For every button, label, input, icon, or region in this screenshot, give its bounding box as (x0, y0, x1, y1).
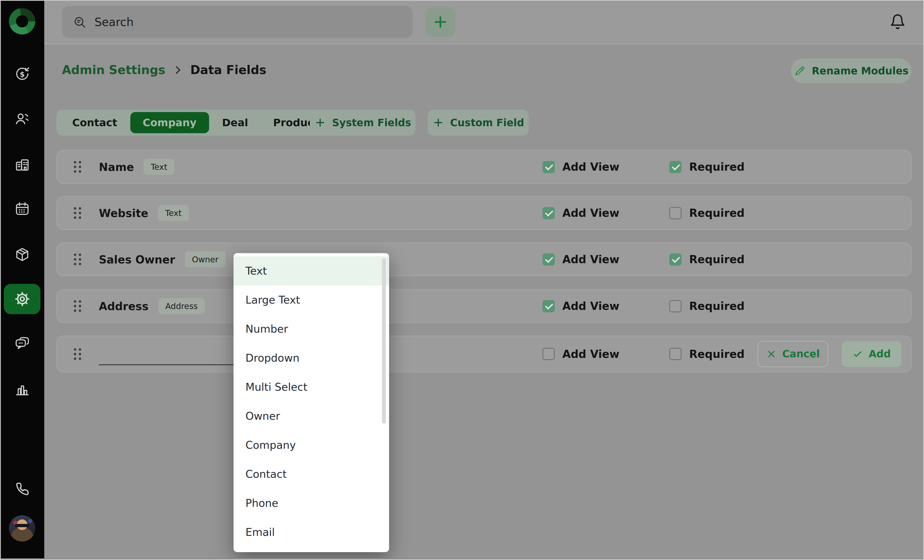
module-tabs: Contact Company Deal Product (57, 109, 334, 136)
app-logo[interactable] (9, 8, 35, 34)
field-type-badge: Owner (185, 252, 226, 268)
dropdown-option-dropdown[interactable]: Dropdown (234, 343, 389, 373)
drag-handle-icon[interactable] (74, 348, 81, 360)
reports-icon (14, 381, 30, 397)
required-checkbox[interactable] (669, 207, 681, 219)
sidebar-item-settings[interactable] (4, 284, 40, 314)
required-checkbox[interactable] (669, 300, 681, 312)
breadcrumb-admin-settings[interactable]: Admin Settings (62, 63, 165, 77)
add-button[interactable]: Add (842, 341, 902, 367)
plus-icon (432, 117, 444, 129)
required-label: Required (689, 207, 744, 219)
sidebar-item-contacts[interactable] (0, 103, 44, 135)
add-view-checkbox[interactable] (543, 253, 555, 266)
chat-icon (14, 335, 30, 352)
sidebar: $ (0, 0, 44, 560)
calendar-icon (14, 201, 30, 217)
dropdown-option-number[interactable]: Number (234, 314, 389, 343)
field-row-sales-owner: Sales Owner Owner Add View Required (57, 243, 912, 276)
field-row-name: Name Text Add View Required (57, 150, 912, 184)
pencil-icon (794, 65, 806, 77)
plus-icon (432, 13, 449, 30)
dropdown-option-email[interactable]: Email (234, 518, 389, 547)
sidebar-item-calls[interactable] (0, 473, 44, 505)
global-search[interactable] (62, 6, 413, 38)
dropdown-option-owner[interactable]: Owner (234, 401, 389, 431)
page-title: Data Fields (190, 63, 266, 77)
add-view-label: Add View (562, 348, 620, 360)
tab-deal[interactable]: Deal (210, 109, 261, 136)
sidebar-item-reports[interactable] (0, 374, 44, 405)
field-name: Name (99, 161, 134, 173)
dropdown-option-large-text[interactable]: Large Text (234, 285, 389, 314)
sidebar-item-companies[interactable] (0, 149, 44, 181)
required-label: Required (689, 300, 744, 312)
field-type-badge: Text (144, 159, 174, 175)
custom-field-button[interactable]: Custom Field (428, 109, 529, 136)
revenue-icon: $ (14, 66, 30, 82)
required-checkbox[interactable] (669, 253, 681, 266)
add-view-label: Add View (562, 300, 620, 312)
dropdown-option-company[interactable]: Company (234, 431, 389, 460)
search-input[interactable] (94, 15, 402, 29)
chevron-right-icon (172, 64, 183, 75)
add-view-checkbox[interactable] (543, 161, 555, 173)
add-view-checkbox[interactable] (543, 300, 555, 312)
required-label: Required (689, 348, 744, 360)
drag-handle-icon[interactable] (74, 207, 81, 219)
plus-icon (314, 117, 326, 129)
drag-handle-icon[interactable] (74, 300, 81, 312)
x-icon (766, 349, 777, 359)
system-fields-button[interactable]: System Fields (310, 109, 416, 136)
contacts-icon (14, 111, 30, 127)
drag-handle-icon[interactable] (74, 161, 81, 173)
svg-text:$: $ (20, 70, 24, 78)
drag-handle-icon[interactable] (74, 254, 81, 265)
check-icon (852, 349, 863, 359)
required-label: Required (689, 253, 744, 266)
field-type-dropdown: Text Large Text Number Dropdown Multi Se… (234, 253, 389, 552)
required-checkbox[interactable] (669, 161, 681, 173)
sidebar-item-products[interactable] (0, 239, 44, 270)
user-avatar[interactable] (9, 515, 35, 542)
add-view-label: Add View (562, 161, 620, 173)
field-row-address: Address Address Add View Required (57, 289, 912, 323)
quick-add-button[interactable] (426, 7, 455, 37)
add-view-label: Add View (562, 207, 620, 219)
add-view-label: Add View (562, 253, 620, 266)
dropdown-scrollbar[interactable] (382, 258, 386, 424)
new-field-row: Add View Required Cancel Add (57, 335, 912, 372)
field-type-badge: Text (158, 205, 189, 221)
field-type-badge: Address (158, 298, 205, 314)
required-checkbox[interactable] (669, 348, 681, 360)
tab-contact[interactable]: Contact (60, 109, 130, 136)
tab-company[interactable]: Company (130, 112, 209, 133)
dropdown-option-text[interactable]: Text (234, 256, 389, 285)
required-label: Required (689, 161, 744, 173)
new-field-name-input[interactable] (99, 349, 251, 365)
window-frame (0, 0, 924, 560)
topbar (44, 0, 924, 44)
field-row-website: Website Text Add View Required (57, 196, 912, 230)
sidebar-item-calendar[interactable] (0, 193, 44, 225)
sidebar-item-revenue[interactable]: $ (0, 58, 44, 90)
field-name: Sales Owner (99, 253, 175, 266)
settings-icon (14, 290, 31, 307)
cancel-button[interactable]: Cancel (758, 341, 828, 367)
calls-icon (14, 481, 30, 497)
rename-modules-button[interactable]: Rename Modules (791, 58, 912, 83)
search-icon (73, 15, 86, 29)
sidebar-item-chat[interactable] (0, 328, 44, 359)
companies-icon (14, 157, 30, 173)
field-name: Website (99, 207, 148, 219)
dropdown-option-multi-select[interactable]: Multi Select (234, 373, 389, 401)
field-name: Address (99, 300, 148, 312)
dropdown-option-contact[interactable]: Contact (234, 460, 389, 489)
notifications-bell-icon[interactable] (890, 13, 906, 30)
add-view-checkbox[interactable] (543, 348, 555, 360)
products-icon (14, 246, 30, 263)
add-view-checkbox[interactable] (543, 207, 555, 219)
breadcrumb: Admin Settings Data Fields (62, 63, 266, 77)
dropdown-option-phone[interactable]: Phone (234, 489, 389, 518)
